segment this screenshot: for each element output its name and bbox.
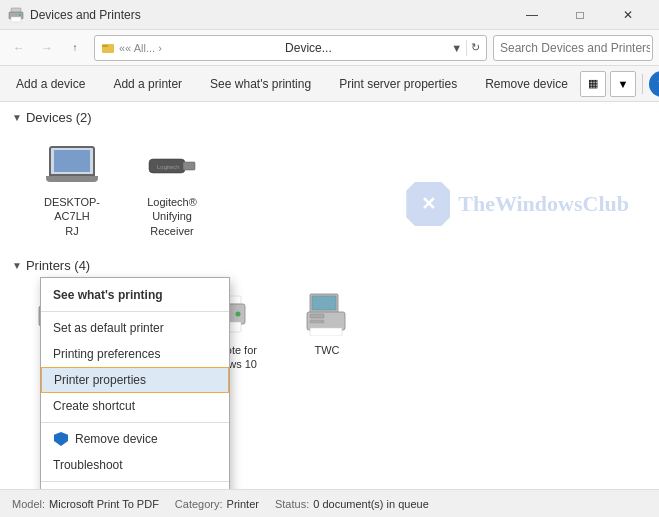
laptop-icon <box>46 146 98 186</box>
ctx-create-shortcut-label: Create shortcut <box>53 399 135 413</box>
window-title: Devices and Printers <box>30 8 141 22</box>
svg-rect-29 <box>310 314 324 318</box>
ctx-troubleshoot[interactable]: Troubleshoot <box>41 452 229 478</box>
address-text: Device... <box>285 41 447 55</box>
usb-icon-container: Logitech <box>142 141 202 191</box>
see-whats-printing-button[interactable]: See what's printing <box>202 71 319 97</box>
ctx-separator-2 <box>41 422 229 423</box>
usb-receiver-icon: Logitech <box>147 151 197 181</box>
toolbar-right: ▦ ▼ ? <box>580 71 659 97</box>
laptop-icon-container <box>42 141 102 191</box>
twc-icon-container <box>297 289 357 339</box>
forward-button[interactable]: → <box>34 35 60 61</box>
status-queue-label: Status: <box>275 498 309 510</box>
printers-section-header[interactable]: ▼ Printers (4) <box>12 258 647 273</box>
svg-rect-28 <box>310 328 342 336</box>
laptop-screen-display <box>54 150 90 172</box>
svg-point-3 <box>19 14 21 16</box>
print-server-props-button[interactable]: Print server properties <box>331 71 465 97</box>
svg-text:Logitech: Logitech <box>157 164 180 170</box>
printers-section-title: Printers (4) <box>26 258 90 273</box>
title-bar: Devices and Printers — □ ✕ <box>0 0 659 30</box>
address-prefix: «« All... › <box>119 42 281 54</box>
address-dropdown-icon[interactable]: ▼ <box>451 42 462 54</box>
ctx-remove-device-label: Remove device <box>75 432 158 446</box>
svg-rect-5 <box>102 45 108 47</box>
device-item-usb[interactable]: Logitech Logitech®Unifying Receiver <box>132 141 212 238</box>
printer-item-twc[interactable]: TWC <box>287 289 367 374</box>
status-bar: Model: Microsoft Print To PDF Category: … <box>0 489 659 517</box>
window-icon <box>8 7 24 23</box>
ctx-separator-3 <box>41 481 229 482</box>
ctx-separator-1 <box>41 311 229 312</box>
ctx-printer-props[interactable]: Printer properties <box>41 367 229 393</box>
search-bar[interactable] <box>493 35 653 61</box>
ctx-printing-prefs-label: Printing preferences <box>53 347 160 361</box>
main-content: ✕ TheWindowsClub ▼ Devices (2) DESKTOP-A… <box>0 102 659 489</box>
close-button[interactable]: ✕ <box>605 0 651 30</box>
search-input[interactable] <box>500 41 650 55</box>
laptop-base <box>46 176 98 182</box>
svg-point-24 <box>236 311 241 316</box>
devices-section-header[interactable]: ▼ Devices (2) <box>12 110 647 125</box>
status-category: Category: Printer <box>175 498 259 510</box>
status-model-label: Model: <box>12 498 45 510</box>
add-device-button[interactable]: Add a device <box>8 71 93 97</box>
device-label-laptop: DESKTOP-AC7LHRJ <box>32 195 112 238</box>
ctx-create-shortcut[interactable]: Create shortcut <box>41 393 229 419</box>
devices-section-title: Devices (2) <box>26 110 92 125</box>
view-toggle-button[interactable]: ▦ <box>580 71 606 97</box>
printers-chevron-icon: ▼ <box>12 260 22 271</box>
maximize-button[interactable]: □ <box>557 0 603 30</box>
ctx-see-whats-printing[interactable]: See what's printing <box>41 282 229 308</box>
title-bar-left: Devices and Printers <box>8 7 141 23</box>
back-button[interactable]: ← <box>6 35 32 61</box>
status-queue: Status: 0 document(s) in queue <box>275 498 429 510</box>
devices-chevron-icon: ▼ <box>12 112 22 123</box>
minimize-button[interactable]: — <box>509 0 555 30</box>
address-separator <box>466 40 467 56</box>
folder-icon <box>101 41 115 55</box>
ctx-printing-prefs[interactable]: Printing preferences <box>41 341 229 367</box>
add-printer-button[interactable]: Add a printer <box>105 71 190 97</box>
status-category-label: Category: <box>175 498 223 510</box>
ctx-printer-props-label: Printer properties <box>54 373 146 387</box>
toolbar-separator-5 <box>642 74 643 94</box>
printer-label-twc: TWC <box>314 343 339 357</box>
refresh-icon[interactable]: ↻ <box>471 41 480 54</box>
ctx-properties[interactable]: Properties <box>41 485 229 489</box>
address-bar[interactable]: «« All... › Device... ▼ ↻ <box>94 35 487 61</box>
remove-device-button[interactable]: Remove device <box>477 71 576 97</box>
svg-rect-26 <box>312 296 336 310</box>
device-label-usb: Logitech®Unifying Receiver <box>132 195 212 238</box>
status-model: Model: Microsoft Print To PDF <box>12 498 159 510</box>
toolbar: Add a device Add a printer See what's pr… <box>0 66 659 102</box>
status-category-value: Printer <box>227 498 259 510</box>
shield-remove-icon <box>53 431 69 447</box>
ctx-set-default-label: Set as default printer <box>53 321 164 335</box>
help-button[interactable]: ? <box>649 71 659 97</box>
title-bar-controls: — □ ✕ <box>509 0 651 30</box>
nav-bar: ← → ↑ «« All... › Device... ▼ ↻ <box>0 30 659 66</box>
ctx-remove-device[interactable]: Remove device <box>41 426 229 452</box>
status-queue-value: 0 document(s) in queue <box>313 498 429 510</box>
ctx-troubleshoot-label: Troubleshoot <box>53 458 123 472</box>
status-model-value: Microsoft Print To PDF <box>49 498 159 510</box>
twc-printer-icon <box>302 292 352 336</box>
device-item-laptop[interactable]: DESKTOP-AC7LHRJ <box>32 141 112 238</box>
svg-rect-2 <box>11 17 21 22</box>
laptop-screen <box>49 146 95 176</box>
svg-rect-10 <box>183 162 195 170</box>
svg-rect-30 <box>310 320 324 323</box>
context-menu: See what's printing Set as default print… <box>40 277 230 489</box>
watermark-logo: ✕ <box>406 182 450 226</box>
ctx-see-whats-printing-label: See what's printing <box>53 288 163 302</box>
ctx-set-default[interactable]: Set as default printer <box>41 315 229 341</box>
watermark-text: TheWindowsClub <box>458 191 629 217</box>
up-button[interactable]: ↑ <box>62 35 88 61</box>
watermark: ✕ TheWindowsClub <box>406 182 629 226</box>
view-dropdown-button[interactable]: ▼ <box>610 71 636 97</box>
